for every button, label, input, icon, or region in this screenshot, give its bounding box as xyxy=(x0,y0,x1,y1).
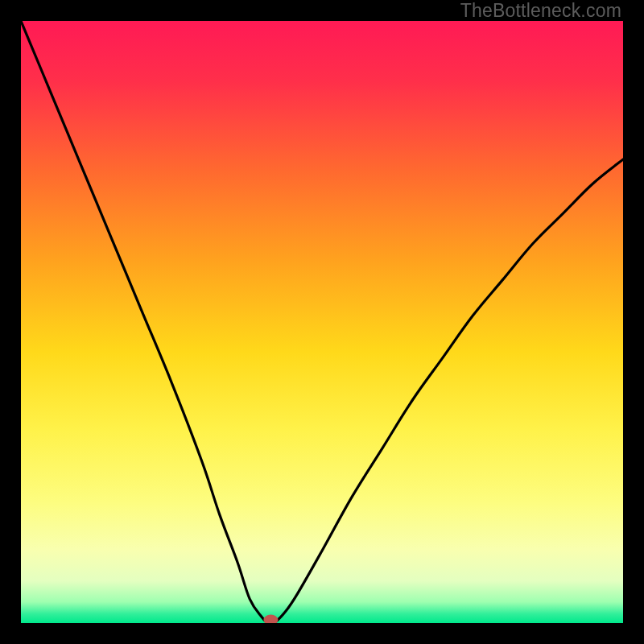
chart-frame: TheBottleneck.com xyxy=(0,0,644,644)
gradient-rect xyxy=(21,21,623,623)
chart-svg xyxy=(21,21,623,623)
watermark-text: TheBottleneck.com xyxy=(460,0,621,22)
plot-area xyxy=(21,21,623,623)
